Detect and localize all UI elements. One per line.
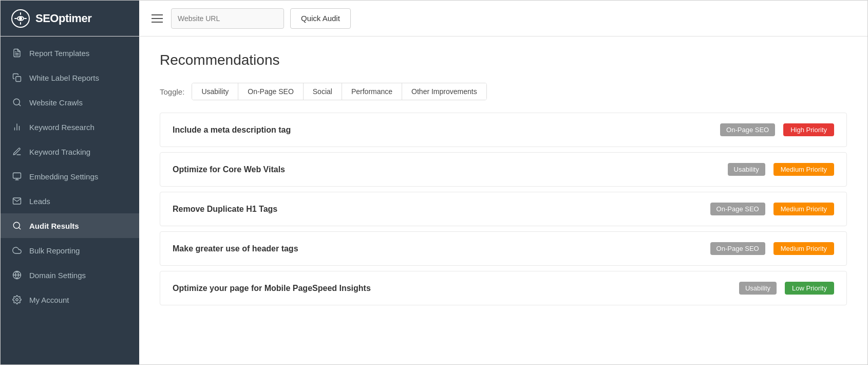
category-badge: Usability <box>728 163 765 176</box>
settings-icon <box>12 295 22 305</box>
toggle-buttons: Usability On-Page SEO Social Performance… <box>192 83 486 100</box>
category-badge: On-Page SEO <box>710 242 765 255</box>
toggle-usability[interactable]: Usability <box>192 83 238 100</box>
recommendations-list: Include a meta description tag On-Page S… <box>160 113 847 311</box>
svg-rect-10 <box>13 173 21 178</box>
sidebar-item-label: My Account <box>29 296 69 304</box>
search-icon <box>12 221 22 231</box>
mail-icon <box>12 196 22 206</box>
toggle-label: Toggle: <box>160 87 184 96</box>
recommendation-item[interactable]: Remove Duplicate H1 Tags On-Page SEO Med… <box>160 192 847 226</box>
cloud-icon <box>12 245 22 256</box>
rec-right: On-Page SEO Medium Priority <box>710 242 834 255</box>
sidebar-item-embedding-settings[interactable]: Embedding Settings <box>1 164 139 189</box>
quick-audit-button[interactable]: Quick Audit <box>290 8 351 29</box>
tracking-icon <box>12 147 22 157</box>
toggle-on-page-seo[interactable]: On-Page SEO <box>238 83 304 100</box>
sidebar-item-label: Embedding Settings <box>29 172 98 181</box>
svg-line-14 <box>18 227 20 229</box>
priority-badge: Low Priority <box>785 282 834 295</box>
monitor-icon <box>12 171 22 181</box>
sidebar-item-white-label-reports[interactable]: White Label Reports <box>1 65 139 90</box>
recommendation-item[interactable]: Optimize your page for Mobile PageSpeed … <box>160 271 847 305</box>
toggle-other-improvements[interactable]: Other Improvements <box>402 83 486 100</box>
sidebar-item-label: Keyword Research <box>29 123 95 132</box>
rec-title: Include a meta description tag <box>173 125 291 135</box>
rec-title: Optimize your page for Mobile PageSpeed … <box>173 284 371 293</box>
page-title: Recommendations <box>160 52 847 68</box>
sidebar-item-label: Domain Settings <box>29 271 86 280</box>
svg-rect-4 <box>16 77 21 82</box>
sidebar-item-domain-settings[interactable]: Domain Settings <box>1 263 139 287</box>
recommendation-item[interactable]: Optimize for Core Web Vitals Usability M… <box>160 152 847 187</box>
sidebar-header: SEOptimer <box>1 1 139 36</box>
sidebar-item-label: Bulk Reporting <box>29 246 80 255</box>
sidebar-item-website-crawls[interactable]: Website Crawls <box>1 90 139 115</box>
priority-badge: Medium Priority <box>773 163 834 176</box>
sidebar-item-report-templates[interactable]: Report Templates <box>1 41 139 65</box>
sidebar-item-label: Leads <box>29 197 50 206</box>
sidebar-item-keyword-research[interactable]: Keyword Research <box>1 115 139 139</box>
rec-right: Usability Low Priority <box>739 282 834 295</box>
logo-text: SEOptimer <box>35 12 91 25</box>
priority-badge: Medium Priority <box>773 203 834 215</box>
sidebar-nav: Report Templates White Label Reports Web… <box>1 36 139 316</box>
hamburger-button[interactable] <box>149 12 165 25</box>
category-badge: On-Page SEO <box>720 123 775 136</box>
category-badge: On-Page SEO <box>710 203 765 215</box>
toggle-social[interactable]: Social <box>304 83 342 100</box>
file-edit-icon <box>12 48 22 58</box>
sidebar-item-label: White Label Reports <box>29 74 99 82</box>
svg-line-6 <box>18 104 20 105</box>
bar-chart-icon <box>12 122 22 132</box>
category-badge: Usability <box>739 282 777 295</box>
logo: SEOptimer <box>11 9 91 28</box>
copy-icon <box>12 72 22 83</box>
recommendation-item[interactable]: Make greater use of header tags On-Page … <box>160 231 847 266</box>
toggle-performance[interactable]: Performance <box>342 83 402 100</box>
sidebar-item-label: Report Templates <box>29 49 89 58</box>
priority-badge: Medium Priority <box>773 242 834 255</box>
url-input[interactable] <box>171 8 284 29</box>
rec-title: Optimize for Core Web Vitals <box>173 165 285 174</box>
sidebar-item-my-account[interactable]: My Account <box>1 287 139 312</box>
sidebar-item-audit-results[interactable]: Audit Results <box>1 213 139 238</box>
sidebar-item-label: Website Crawls <box>29 98 83 107</box>
search-circle-icon <box>12 97 22 107</box>
sidebar-item-keyword-tracking[interactable]: Keyword Tracking <box>1 139 139 164</box>
logo-icon <box>11 9 30 28</box>
sidebar-item-label: Keyword Tracking <box>29 148 90 156</box>
svg-point-1 <box>19 17 22 20</box>
rec-right: Usability Medium Priority <box>728 163 834 176</box>
sidebar-item-label: Audit Results <box>29 222 79 230</box>
priority-badge: High Priority <box>783 123 834 136</box>
globe-icon <box>12 270 22 280</box>
rec-right: On-Page SEO High Priority <box>720 123 834 136</box>
main-content: Recommendations Toggle: Usability On-Pag… <box>139 36 867 364</box>
svg-point-17 <box>16 299 18 301</box>
sidebar-item-leads[interactable]: Leads <box>1 189 139 213</box>
toggle-row: Toggle: Usability On-Page SEO Social Per… <box>160 83 847 100</box>
header-main: Quick Audit <box>139 8 867 29</box>
rec-title: Make greater use of header tags <box>173 244 298 253</box>
recommendation-item[interactable]: Include a meta description tag On-Page S… <box>160 113 847 147</box>
rec-title: Remove Duplicate H1 Tags <box>173 205 277 214</box>
sidebar-item-bulk-reporting[interactable]: Bulk Reporting <box>1 238 139 263</box>
sidebar: Report Templates White Label Reports Web… <box>1 36 139 364</box>
rec-right: On-Page SEO Medium Priority <box>710 203 834 215</box>
